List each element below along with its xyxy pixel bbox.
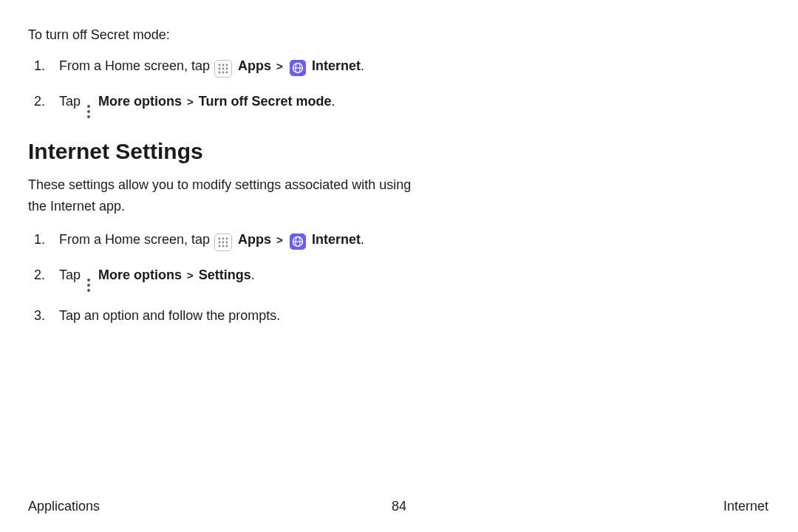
- more-options-label: More options: [98, 94, 182, 109]
- more-options-icon: [86, 105, 92, 118]
- svg-point-8: [226, 72, 228, 74]
- step-text: Tap: [59, 94, 84, 109]
- step-suffix: .: [361, 58, 364, 73]
- apps-icon: [214, 60, 232, 78]
- internet-settings-description: These settings allow you to modify setti…: [28, 174, 427, 217]
- svg-point-16: [222, 241, 225, 243]
- internet-label: Internet: [312, 58, 361, 73]
- svg-point-12: [219, 237, 221, 239]
- svg-point-20: [226, 245, 228, 247]
- svg-point-1: [222, 64, 225, 66]
- svg-point-19: [222, 245, 225, 247]
- step-3: Tap an option and follow the prompts.: [49, 305, 768, 327]
- svg-point-17: [226, 241, 228, 243]
- step-suffix: .: [332, 94, 335, 109]
- svg-point-7: [222, 72, 225, 74]
- svg-point-18: [219, 245, 221, 247]
- svg-point-15: [219, 241, 221, 243]
- chevron-right-icon: >: [275, 233, 284, 246]
- step-text: From a Home screen, tap: [59, 58, 214, 73]
- svg-point-3: [219, 68, 221, 70]
- step-2: Tap More options > Settings.: [49, 265, 768, 292]
- more-options-label: More options: [98, 267, 182, 282]
- more-options-icon: [86, 279, 92, 292]
- svg-point-0: [219, 64, 221, 66]
- chevron-right-icon: >: [185, 269, 195, 282]
- secret-mode-intro: To turn off Secret mode:: [28, 25, 768, 45]
- internet-settings-steps: From a Home screen, tap Apps >: [28, 229, 768, 327]
- page-number: 84: [392, 499, 406, 514]
- svg-point-4: [222, 68, 225, 70]
- apps-label: Apps: [238, 232, 271, 247]
- page-footer: Applications 84 Internet: [0, 499, 798, 514]
- step-text: From a Home screen, tap: [59, 232, 214, 247]
- step-text: Tap an option and follow the prompts.: [59, 308, 280, 323]
- internet-settings-heading: Internet Settings: [28, 139, 768, 164]
- chevron-right-icon: >: [185, 95, 195, 108]
- apps-label: Apps: [238, 58, 271, 73]
- apps-icon: [214, 233, 232, 251]
- action-label: Turn off Secret mode: [199, 94, 332, 109]
- svg-point-6: [219, 72, 221, 74]
- internet-icon: [290, 233, 306, 250]
- svg-point-14: [226, 237, 228, 239]
- step-suffix: .: [251, 267, 255, 282]
- internet-label: Internet: [312, 232, 361, 247]
- step-text: Tap: [59, 267, 84, 282]
- step-1: From a Home screen, tap Apps >: [49, 55, 768, 78]
- svg-point-13: [222, 237, 225, 239]
- action-label: Settings: [199, 267, 251, 282]
- svg-point-2: [226, 64, 228, 66]
- footer-right: Internet: [723, 499, 768, 514]
- secret-mode-steps: From a Home screen, tap Apps >: [28, 55, 768, 118]
- internet-icon: [290, 60, 306, 76]
- step-2: Tap More options > Turn off Secret mode.: [49, 91, 768, 118]
- chevron-right-icon: >: [275, 60, 284, 72]
- svg-point-5: [226, 68, 228, 70]
- step-1: From a Home screen, tap Apps >: [49, 229, 768, 251]
- footer-left: Applications: [28, 499, 100, 514]
- step-suffix: .: [361, 232, 364, 247]
